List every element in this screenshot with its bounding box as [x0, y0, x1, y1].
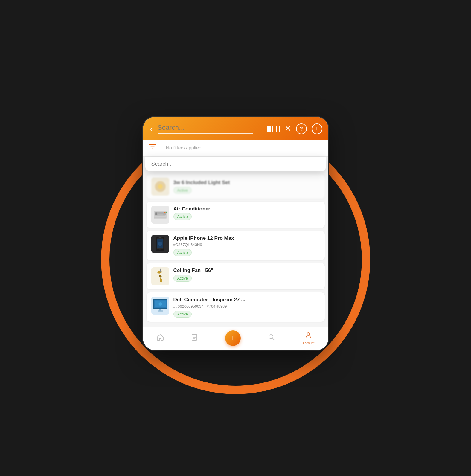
svg-point-20	[157, 271, 161, 274]
ac-product-name: Air Conditioner	[173, 206, 320, 212]
help-question-mark: ?	[300, 126, 303, 132]
svg-point-9	[166, 212, 167, 213]
svg-point-16	[158, 242, 162, 246]
fan-product-info: Ceiling Fan - 56" Active	[173, 267, 320, 282]
fan-product-status: Active	[173, 275, 192, 282]
account-icon	[305, 332, 312, 340]
barcode-line	[272, 126, 273, 132]
barcode-line	[270, 126, 271, 132]
product-card-dell[interactable]: Dell Computer - Inspiron 27 ... ##062600…	[147, 292, 325, 322]
phone-frame: ‹	[143, 117, 328, 350]
barcode-line	[276, 126, 277, 132]
barcode-line	[274, 126, 274, 132]
svg-rect-26	[159, 309, 161, 311]
phone-wrapper: ‹	[143, 117, 328, 350]
barcode-line	[279, 126, 280, 132]
product-card-fan[interactable]: Ceiling Fan - 56" Active	[147, 263, 325, 289]
barcode-line	[269, 126, 270, 132]
filter-bar: No filters applied.	[143, 140, 328, 157]
bottom-nav: + Account	[143, 327, 328, 350]
svg-point-1	[158, 184, 163, 189]
fan-product-name: Ceiling Fan - 56"	[173, 267, 320, 274]
svg-point-13	[160, 237, 161, 238]
dell-product-info: Dell Computer - Inspiron 27 ... ##062600…	[173, 297, 320, 318]
search-overlay-card	[145, 157, 326, 171]
partial-product-info: 3w 6 Included Light Set Active	[173, 179, 320, 194]
svg-rect-22	[160, 269, 161, 272]
filter-divider	[161, 144, 161, 152]
document-icon	[191, 334, 197, 343]
ac-product-image	[151, 206, 169, 224]
partial-product-status: Active	[173, 187, 192, 194]
account-label: Account	[302, 341, 314, 345]
app-header: ‹	[143, 117, 328, 140]
iphone-product-status: Active	[173, 249, 192, 256]
filter-text: No filters applied.	[166, 145, 203, 151]
barcode-line	[275, 126, 275, 132]
dell-product-sku: ##062600959034 | #764H8989	[173, 304, 320, 309]
svg-point-8	[164, 212, 165, 213]
help-icon[interactable]: ?	[296, 123, 307, 134]
svg-point-31	[307, 333, 310, 335]
nav-search[interactable]	[268, 334, 275, 342]
close-icon[interactable]: ✕	[285, 124, 291, 133]
nav-home[interactable]	[157, 334, 164, 342]
dell-product-name: Dell Computer - Inspiron 27 ...	[173, 297, 320, 303]
barcode-line	[278, 126, 278, 132]
partial-product-image	[151, 178, 169, 196]
svg-point-28	[158, 302, 162, 306]
iphone-product-image	[151, 235, 169, 253]
search-underline	[158, 133, 253, 134]
product-list: 3w 6 Included Light Set Active	[143, 157, 328, 327]
add-icon[interactable]: +	[312, 123, 322, 134]
svg-point-17	[159, 275, 161, 278]
search-overlay-input[interactable]	[151, 161, 320, 167]
svg-rect-6	[158, 214, 163, 214]
ac-product-status: Active	[173, 213, 192, 220]
iphone-product-sku: #D367QH643N9	[173, 242, 320, 247]
search-input[interactable]	[158, 124, 264, 132]
add-plus-mark: +	[315, 126, 319, 132]
filter-icon[interactable]	[149, 144, 156, 152]
svg-rect-5	[158, 213, 163, 213]
home-icon	[157, 334, 164, 342]
back-button[interactable]: ‹	[149, 123, 154, 134]
fan-product-image	[151, 267, 169, 285]
product-card-iphone[interactable]: Apple iPhone 12 Pro Max #D367QH643N9 Act…	[147, 231, 325, 260]
search-input-area	[158, 124, 264, 134]
partial-product-card[interactable]: 3w 6 Included Light Set Active	[147, 175, 325, 199]
svg-rect-14	[159, 250, 161, 250]
header-icons: ✕ ? +	[267, 123, 322, 134]
svg-point-21	[159, 278, 162, 283]
product-card-ac[interactable]: Air Conditioner Active	[147, 202, 325, 228]
nav-account[interactable]: Account	[302, 332, 314, 345]
svg-rect-27	[157, 311, 163, 312]
svg-rect-7	[154, 217, 167, 218]
nav-documents[interactable]	[191, 334, 197, 343]
nav-add-button[interactable]: +	[225, 330, 241, 346]
search-nav-icon	[268, 334, 275, 342]
ac-product-info: Air Conditioner Active	[173, 206, 320, 220]
partial-product-name: 3w 6 Included Light Set	[173, 179, 320, 186]
iphone-product-name: Apple iPhone 12 Pro Max	[173, 235, 320, 242]
dell-product-image	[151, 297, 169, 315]
dell-product-status: Active	[173, 311, 192, 318]
svg-rect-4	[155, 212, 157, 215]
iphone-product-info: Apple iPhone 12 Pro Max #D367QH643N9 Act…	[173, 235, 320, 256]
barcode-icon[interactable]	[267, 126, 280, 132]
barcode-line	[267, 126, 269, 132]
add-nav-plus-icon: +	[230, 334, 235, 342]
